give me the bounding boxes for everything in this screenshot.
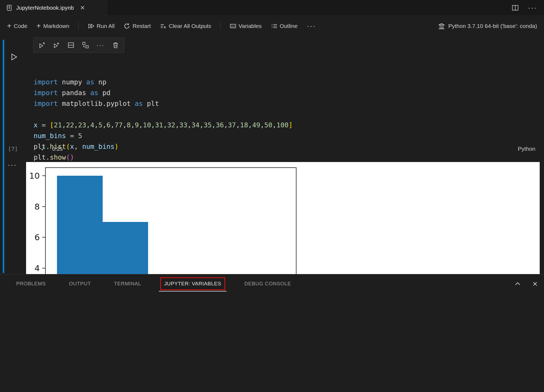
code-line[interactable]: plt.show() (34, 152, 536, 163)
interpreter-label: Python 3.7.10 64-bit ('base': conda) (448, 23, 537, 29)
merge-cells-icon[interactable] (82, 42, 89, 49)
code-line[interactable]: import matplotlib.pyplot as plt (34, 98, 536, 109)
variables-label: Variables (239, 23, 262, 29)
panel-maximize-icon[interactable] (514, 280, 521, 287)
restart-button[interactable]: Restart (124, 23, 151, 29)
bottom-panel: PROBLEMSOUTPUTTERMINALJUPYTER: VARIABLES… (0, 274, 544, 392)
panel-close-icon[interactable]: × (532, 279, 538, 288)
execution-status: [7] ✓ 0.2s (8, 145, 63, 153)
toolbar-divider (220, 22, 221, 30)
histogram-bar (57, 176, 102, 274)
cell-output: 10864 (26, 162, 540, 274)
panel-tab-problems[interactable]: PROBLEMS (12, 274, 50, 293)
y-tick: 8 (42, 206, 45, 207)
cell-toolbar: ··· (33, 38, 124, 53)
split-cell-icon[interactable] (67, 42, 74, 49)
variables-button[interactable]: (x) Variables (230, 23, 262, 29)
vscode-window: { "colors": { "accent_blue": "#007fd4", … (0, 0, 544, 392)
toolbar-divider (78, 22, 79, 30)
histogram-bar (103, 222, 148, 274)
panel-tab-jupyter-variables[interactable]: JUPYTER: VARIABLES (160, 274, 225, 293)
notebook-toolbar: + Code + Markdown Run All Restart Clear … (0, 16, 544, 37)
add-markdown-label: Markdown (43, 23, 69, 29)
outline-button[interactable]: Outline (271, 23, 298, 29)
run-above-icon[interactable] (38, 42, 45, 49)
outline-label: Outline (280, 23, 298, 29)
add-markdown-cell-button[interactable]: + Markdown (37, 23, 69, 30)
execution-count: [7] (8, 146, 18, 152)
y-tick-label: 6 (34, 232, 40, 242)
tab-title: JupyterNotebook.ipynb (16, 5, 74, 11)
panel-tab-output[interactable]: OUTPUT (65, 274, 95, 293)
panel-tabs: PROBLEMSOUTPUTTERMINALJUPYTER: VARIABLES… (0, 274, 544, 293)
y-tick: 6 (42, 237, 45, 238)
code-line[interactable] (34, 109, 536, 120)
add-code-cell-button[interactable]: + Code (7, 23, 27, 30)
python-environment-icon (438, 23, 445, 30)
code-lines: import numpy as npimport pandas as pdimp… (34, 77, 536, 163)
output-options-icon[interactable]: ··· (8, 161, 17, 169)
run-all-label: Run All (97, 23, 115, 29)
code-line[interactable]: import numpy as np (34, 77, 536, 88)
y-tick-label: 8 (34, 202, 40, 211)
toolbar-more-actions-icon[interactable]: ··· (307, 22, 316, 30)
y-tick-label: 4 (34, 263, 40, 273)
run-cell-icon[interactable] (10, 53, 18, 61)
run-all-button[interactable]: Run All (88, 23, 115, 29)
clear-all-outputs-icon (160, 23, 166, 29)
clear-all-outputs-label: Clear All Outputs (169, 23, 211, 29)
run-below-icon[interactable] (53, 42, 60, 49)
execution-duration: 0.2s (52, 146, 63, 152)
y-tick-label: 10 (29, 171, 40, 181)
panel-tab-terminal[interactable]: TERMINAL (110, 274, 145, 293)
y-tick: 4 (42, 268, 45, 268)
tab-close-icon[interactable]: × (80, 4, 85, 12)
editor-tab-notebook[interactable]: JupyterNotebook.ipynb × (0, 0, 108, 15)
cell-language-label[interactable]: Python (518, 146, 535, 152)
split-editor-icon[interactable] (512, 4, 519, 11)
code-editor[interactable]: import numpy as npimport pandas as pdimp… (34, 55, 536, 174)
code-line[interactable]: import pandas as pd (34, 88, 536, 98)
add-code-label: Code (14, 23, 27, 29)
run-all-icon (88, 23, 94, 29)
svg-text:(x): (x) (231, 25, 235, 28)
interpreter-status[interactable]: Python 3.7.10 64-bit ('base': conda) (438, 23, 537, 30)
y-tick: 10 (42, 175, 45, 176)
cell-more-actions-icon[interactable]: ··· (96, 42, 105, 48)
plot-area: 10864 (45, 167, 296, 274)
plus-icon: + (37, 22, 41, 30)
editor-more-actions-icon[interactable]: ··· (528, 4, 537, 12)
plus-icon: + (7, 22, 11, 30)
delete-cell-icon[interactable] (112, 42, 119, 49)
restart-label: Restart (133, 23, 151, 29)
code-line[interactable]: x = [21,22,23,4,5,6,77,8,9,10,31,32,33,3… (34, 120, 536, 131)
panel-tab-debug-console[interactable]: DEBUG CONSOLE (240, 274, 295, 293)
cell-focus-indicator (3, 40, 4, 273)
variables-icon: (x) (230, 23, 236, 29)
success-check-icon: ✓ (40, 145, 46, 153)
notebook-file-icon (6, 5, 12, 11)
outline-icon (271, 23, 277, 29)
clear-all-outputs-button[interactable]: Clear All Outputs (160, 23, 211, 29)
code-line[interactable]: num_bins = 5 (34, 131, 536, 141)
editor-tab-bar: JupyterNotebook.ipynb × ··· (0, 0, 544, 16)
restart-icon (124, 23, 130, 29)
code-line[interactable]: plt.hist(x, num_bins) (34, 141, 536, 152)
